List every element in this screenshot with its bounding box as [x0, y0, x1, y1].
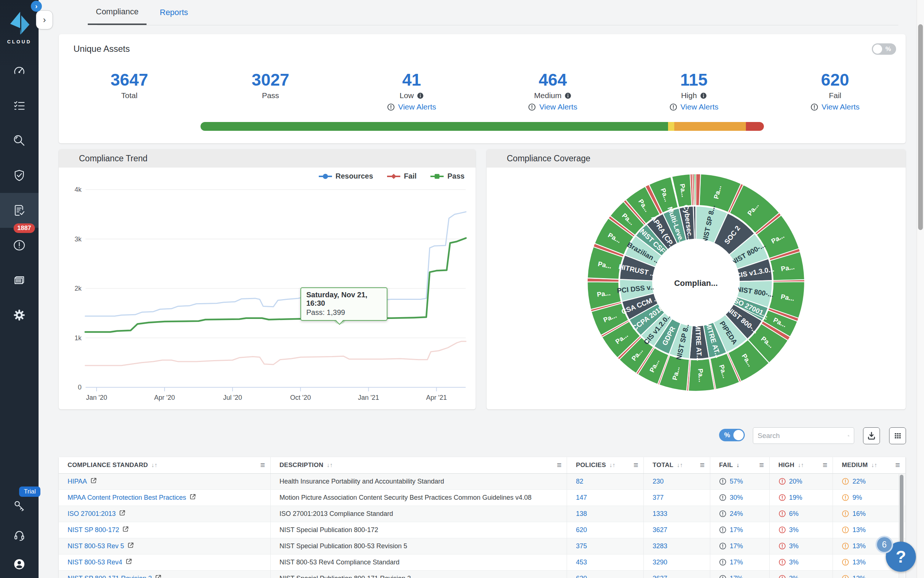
column-menu-icon[interactable]: ≡ [700, 460, 705, 470]
sidebar-item-support[interactable] [0, 521, 39, 550]
external-link-icon[interactable] [128, 542, 134, 549]
sidebar-item-settings[interactable] [0, 298, 39, 333]
view-alerts-link[interactable]: View Alerts [528, 102, 577, 111]
column-header-fail[interactable]: FAIL↓≡ [710, 457, 769, 473]
view-alerts-link[interactable]: View Alerts [670, 102, 719, 111]
sort-icon[interactable]: ↓↑ [871, 462, 877, 469]
legend-item-resources[interactable]: Resources [319, 172, 373, 180]
medium-percent-link[interactable]: 16% [853, 510, 866, 518]
column-menu-icon[interactable]: ≡ [895, 460, 900, 470]
info-icon[interactable] [565, 92, 571, 99]
column-header-compliance-standard[interactable]: COMPLIANCE STANDARD↓↑≡ [59, 457, 271, 473]
sidebar-item-search[interactable] [0, 123, 39, 158]
tab-reports[interactable]: Reports [152, 0, 196, 25]
policies-count-link[interactable]: 453 [576, 559, 587, 566]
column-header-high[interactable]: HIGH↓↑≡ [769, 457, 833, 473]
external-link-icon[interactable] [189, 494, 196, 500]
medium-percent-link[interactable]: 13% [853, 526, 866, 534]
column-menu-icon[interactable]: ≡ [261, 460, 265, 470]
sidebar-item-policies[interactable] [0, 88, 39, 123]
high-percent-link[interactable]: 19% [789, 494, 803, 502]
search-input[interactable] [757, 432, 848, 440]
external-link-icon[interactable] [119, 510, 126, 516]
sort-icon[interactable]: ↓↑ [798, 462, 804, 469]
external-link-icon[interactable] [155, 574, 162, 578]
column-header-description[interactable]: DESCRIPTION↓↑≡ [271, 457, 567, 473]
total-count-link[interactable]: 3283 [652, 542, 667, 550]
external-link-icon[interactable] [126, 558, 132, 565]
sidebar-item-alerts[interactable]: 1887 [0, 228, 39, 263]
page-scrollbar[interactable] [917, 0, 924, 578]
page-scrollbar-thumb[interactable] [918, 24, 923, 230]
info-icon[interactable] [700, 92, 707, 99]
high-percent-link[interactable]: 3% [789, 559, 799, 566]
sort-icon[interactable]: ↓↑ [677, 462, 683, 469]
fail-percent-link[interactable]: 57% [730, 478, 743, 485]
tab-compliance[interactable]: Compliance [88, 0, 147, 25]
medium-percent-link[interactable]: 22% [853, 478, 866, 485]
external-link-icon[interactable] [91, 477, 97, 484]
high-percent-link[interactable]: 3% [789, 575, 799, 578]
standard-link[interactable]: NIST 800-53 Rev 5 [68, 542, 134, 550]
table-scrollbar-thumb[interactable] [900, 475, 903, 550]
medium-percent-link[interactable]: 9% [853, 494, 862, 502]
standard-link[interactable]: NIST 800-53 Rev4 [68, 559, 132, 566]
high-percent-link[interactable]: 3% [789, 526, 799, 534]
view-alerts-link[interactable]: View Alerts [387, 102, 436, 111]
column-header-total[interactable]: TOTAL↓↑≡ [644, 457, 710, 473]
sort-icon[interactable]: ↓↑ [151, 462, 157, 469]
fail-percent-link[interactable]: 30% [730, 494, 743, 502]
fail-percent-link[interactable]: 17% [730, 526, 743, 534]
sidebar-item-profile[interactable] [0, 550, 39, 578]
high-percent-link[interactable]: 3% [789, 542, 799, 550]
sort-icon[interactable]: ↓↑ [609, 462, 615, 469]
fail-percent-link[interactable]: 17% [730, 559, 743, 566]
legend-item-pass[interactable]: Pass [430, 172, 464, 180]
column-menu-icon[interactable]: ≡ [759, 460, 764, 470]
standard-link[interactable]: MPAA Content Protection Best Practices [68, 494, 196, 502]
view-alerts-link[interactable]: View Alerts [811, 102, 860, 111]
table-percent-toggle-on[interactable]: % [719, 429, 745, 441]
policies-count-link[interactable]: 82 [576, 478, 583, 485]
standard-link[interactable]: NIST SP 800-171 Revision 2 [68, 575, 162, 578]
policies-count-link[interactable]: 375 [576, 542, 587, 550]
standard-link[interactable]: ISO 27001:2013 [68, 510, 126, 518]
fail-percent-link[interactable]: 17% [730, 542, 743, 550]
sort-desc-icon[interactable]: ↓ [736, 462, 739, 469]
policies-count-link[interactable]: 138 [576, 510, 587, 517]
high-percent-link[interactable]: 20% [789, 478, 803, 485]
sort-icon[interactable]: ↓↑ [327, 462, 333, 469]
column-menu-icon[interactable]: ≡ [557, 460, 562, 470]
medium-percent-link[interactable]: 13% [853, 575, 866, 578]
total-count-link[interactable]: 3627 [652, 526, 667, 534]
column-header-medium[interactable]: MEDIUM↓↑≡ [833, 457, 906, 473]
policies-count-link[interactable]: 620 [576, 575, 587, 578]
percent-toggle-off[interactable]: % [872, 43, 896, 55]
total-count-link[interactable]: 3627 [652, 575, 667, 578]
external-link-icon[interactable] [122, 526, 129, 533]
column-menu-icon[interactable]: ≡ [823, 460, 827, 470]
total-count-link[interactable]: 1333 [652, 510, 667, 517]
sidebar-item-dashboard[interactable] [0, 53, 39, 88]
column-settings-button[interactable] [889, 427, 906, 444]
info-icon[interactable] [417, 92, 424, 99]
column-header-policies[interactable]: POLICIES↓↑≡ [567, 457, 644, 473]
sidebar-item-compute[interactable] [0, 263, 39, 298]
download-button[interactable] [863, 427, 880, 444]
total-count-link[interactable]: 377 [652, 494, 663, 501]
sidebar-item-compliance[interactable] [0, 193, 39, 228]
total-count-link[interactable]: 3290 [652, 559, 667, 566]
fail-percent-link[interactable]: 17% [730, 575, 743, 578]
column-menu-icon[interactable]: ≡ [633, 460, 638, 470]
medium-percent-link[interactable]: 13% [853, 559, 866, 566]
total-count-link[interactable]: 230 [652, 478, 663, 485]
legend-item-fail[interactable]: Fail [387, 172, 416, 180]
sidebar-item-governance[interactable] [0, 158, 39, 193]
medium-percent-link[interactable]: 13% [853, 542, 866, 550]
notification-chevron-icon[interactable]: › [31, 1, 42, 12]
sidebar-item-key[interactable]: Trial [0, 492, 39, 521]
policies-count-link[interactable]: 147 [576, 494, 587, 501]
sidebar-expand-button[interactable]: › [36, 10, 53, 29]
standard-link[interactable]: NIST SP 800-172 [68, 526, 129, 534]
policies-count-link[interactable]: 620 [576, 526, 587, 534]
